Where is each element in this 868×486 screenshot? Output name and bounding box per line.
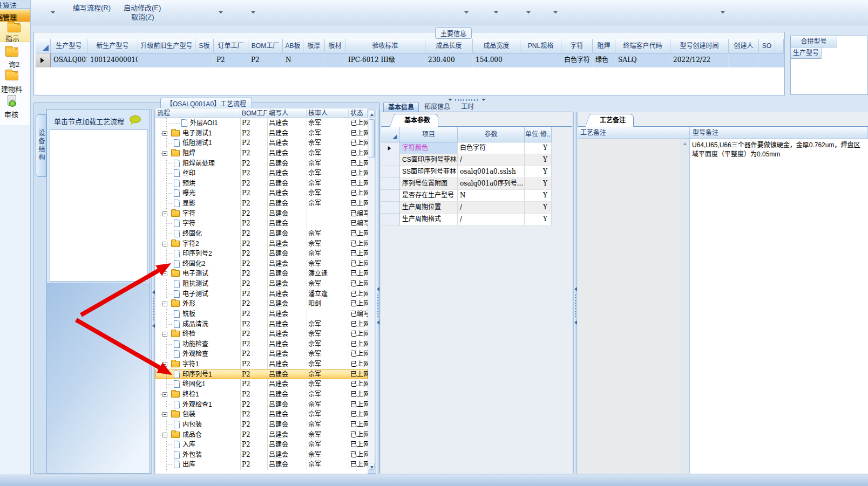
- param-selector-cell[interactable]: [381, 190, 400, 202]
- tree-row[interactable]: 终检P2吕建会佘军已上网: [155, 329, 368, 339]
- process-note-cell[interactable]: [578, 139, 681, 474]
- collapse-left-icon[interactable]: [574, 320, 577, 325]
- tab-basic-info[interactable]: 基本信息: [383, 102, 419, 112]
- main-column-header[interactable]: 创建人: [729, 39, 759, 53]
- main-column-header[interactable]: 验收标准: [345, 39, 425, 53]
- param-row[interactable]: SS面印序列号菲林osalq001a0.sslshY: [381, 166, 552, 178]
- main-column-header[interactable]: AB板: [283, 39, 303, 53]
- tree-expander-icon[interactable]: [162, 131, 167, 136]
- merge-column-header[interactable]: 合拼型号: [791, 36, 837, 47]
- collapse-left-icon[interactable]: [377, 320, 379, 325]
- tree-row[interactable]: 电子测试1P2吕建会佘军已上网: [155, 128, 368, 139]
- main-column-header[interactable]: 阻焊: [593, 39, 615, 53]
- note-scrollbar[interactable]: [681, 139, 690, 474]
- main-column-header[interactable]: SO: [759, 39, 775, 53]
- notes-column-header[interactable]: 型号备注: [690, 127, 868, 139]
- param-row[interactable]: 生产周期格式/Y: [381, 214, 552, 225]
- tree-column-header[interactable]: 状态: [349, 109, 368, 118]
- tree-row[interactable]: 显影P2吕建会佘军已上网: [155, 198, 368, 209]
- tree-expander-icon[interactable]: [162, 151, 167, 156]
- dropdown-arrow-icon[interactable]: [219, 11, 223, 13]
- tree-row[interactable]: 外包装P2吕建会佘军已上网: [155, 450, 368, 460]
- tree-expander-icon[interactable]: [162, 392, 167, 397]
- tree-column-header[interactable]: 核审人: [307, 109, 349, 118]
- main-column-header[interactable]: 板厚: [303, 39, 325, 53]
- tree-row[interactable]: 预烘P2吕建会佘军已上网: [155, 179, 368, 189]
- tree-row[interactable]: 终检1P2吕建会佘军已上网: [155, 389, 368, 400]
- subtab-process-notes[interactable]: 工艺备注: [592, 114, 634, 127]
- tree-row[interactable]: 外层AOI1P2吕建会佘军已上网: [155, 118, 368, 128]
- tree-row[interactable]: 铣板P2吕建会已编写: [155, 309, 368, 319]
- sidebar-item-instruction-highlight[interactable]: 指示: [0, 22, 30, 42]
- sidebar-item-new-material[interactable]: 建物料: [1, 84, 22, 94]
- tree-row[interactable]: 终固化2P2吕建会佘军已上网: [155, 259, 368, 269]
- tree-row[interactable]: 字符2P2吕建会佘军已上网: [155, 239, 368, 249]
- tree-expander-icon[interactable]: [162, 412, 167, 417]
- tree-row[interactable]: 低阻测试1P2吕建会佘军已上网: [155, 138, 368, 148]
- dropdown-arrow-icon[interactable]: [553, 11, 558, 13]
- tree-row[interactable]: 阻焊P2吕建会佘军已上网: [155, 148, 368, 159]
- param-column-header[interactable]: 修..: [539, 127, 552, 142]
- splitter-device-tree[interactable]: [151, 109, 155, 474]
- sidebar-group-data-management[interactable]: 据管理: [0, 10, 30, 22]
- tree-row[interactable]: 字符1P2吕建会佘军已上网: [155, 359, 368, 369]
- tree-column-header[interactable]: 编写人: [267, 109, 307, 118]
- param-selector-cell[interactable]: [381, 214, 400, 225]
- tree-row[interactable]: 阻焊前处理P2吕建会佘军已上网: [155, 159, 368, 169]
- main-column-header[interactable]: 订单工厂: [214, 39, 248, 53]
- tree-row[interactable]: 外观检查1P2吕建会佘军已上网: [155, 400, 368, 410]
- subtab-basic-params[interactable]: 基本参数: [396, 114, 438, 127]
- tree-expander-icon[interactable]: [162, 362, 167, 367]
- tree-row[interactable]: 包装P2吕建会佘军已上网: [155, 409, 368, 420]
- tree-expander-icon[interactable]: [162, 211, 167, 216]
- main-column-header[interactable]: BOM工厂: [248, 39, 283, 53]
- sidebar-item-audit[interactable]: 审核: [4, 109, 18, 119]
- splitter-grip[interactable]: [377, 295, 378, 317]
- main-column-header[interactable]: 新生产型号: [87, 39, 138, 53]
- scroll-up-button[interactable]: [369, 111, 375, 118]
- param-selector-cell[interactable]: [381, 178, 400, 190]
- model-note-cell[interactable]: U64,U65,U66三个器件要做镀硬金，金厚0.762um，焊盘区域平面度（平…: [690, 139, 868, 474]
- tree-expander-icon[interactable]: [162, 332, 167, 337]
- tree-row-selected[interactable]: 印序列号1P2吕建会佘军已上网: [155, 369, 368, 380]
- sidebar-tab-algorithm[interactable]: 计算法: [0, 0, 30, 9]
- tree-expander-icon[interactable]: [162, 242, 167, 247]
- tab-extended-info[interactable]: 拓展信息: [420, 102, 455, 112]
- sidebar-item-query2[interactable]: 询2: [9, 59, 19, 69]
- param-row[interactable]: 是否存在生产型号NY: [381, 190, 552, 202]
- row-selector-cell[interactable]: [36, 53, 51, 67]
- tree-expander-icon[interactable]: [162, 271, 167, 276]
- row-selector-header[interactable]: [36, 39, 51, 53]
- dropdown-arrow-icon[interactable]: [494, 11, 498, 13]
- collapse-left-icon[interactable]: [377, 287, 379, 291]
- main-column-header[interactable]: 终端客户代码: [615, 39, 670, 53]
- collapse-left-icon[interactable]: [574, 287, 577, 291]
- main-column-header[interactable]: 成品宽度: [473, 39, 520, 53]
- splitter-tree-detail[interactable]: [376, 109, 379, 474]
- tab-device-structure[interactable]: 设备结构: [36, 114, 46, 177]
- tree-row[interactable]: 电子测试P2吕建会潘立逢已上网: [155, 269, 368, 279]
- tree-row[interactable]: 内包装P2吕建会佘军已上网: [155, 420, 368, 430]
- notes-column-header[interactable]: 工艺备注: [578, 127, 690, 139]
- horizontal-splitter-grip[interactable]: [455, 99, 479, 101]
- tree-row[interactable]: 字符P2吕建会已编写: [155, 218, 368, 229]
- tree-row[interactable]: 成品清洗P2吕建会佘军已上网: [155, 319, 368, 330]
- splitter-grip[interactable]: [153, 298, 154, 320]
- tree-row[interactable]: 终固化P2吕建会佘军已上网: [155, 229, 368, 239]
- tree-column-header[interactable]: 流程: [155, 109, 240, 118]
- menu-write-flow[interactable]: 编写流程(R): [73, 2, 111, 12]
- splitter-grip[interactable]: [575, 295, 576, 317]
- dropdown-arrow-icon[interactable]: [251, 11, 255, 13]
- param-column-header[interactable]: 项目: [400, 127, 458, 142]
- flow-tab-title[interactable]: 【OSALQ001A0】工艺流程: [160, 98, 252, 108]
- menu-cancel[interactable]: 取消(Z): [131, 11, 154, 22]
- param-column-header[interactable]: 单位: [525, 127, 539, 142]
- collapse-left-icon[interactable]: [152, 290, 155, 295]
- main-table-row[interactable]: OSALQ001A010012400001004P2P2NIPC-6012 II…: [36, 53, 784, 67]
- tree-row[interactable]: 阻抗测试P2吕建会佘军已上网: [155, 279, 368, 289]
- tree-row[interactable]: 外形P2吕建会阳剑已上网: [155, 299, 368, 309]
- dropdown-arrow-icon[interactable]: [464, 11, 469, 13]
- param-row-selected[interactable]: 字符颜色白色字符Y: [381, 142, 552, 154]
- param-row[interactable]: 序列号位置附图osalq001a0序列号...Y: [381, 178, 552, 190]
- tree-row[interactable]: 终固化1P2吕建会佘军已上网: [155, 379, 368, 389]
